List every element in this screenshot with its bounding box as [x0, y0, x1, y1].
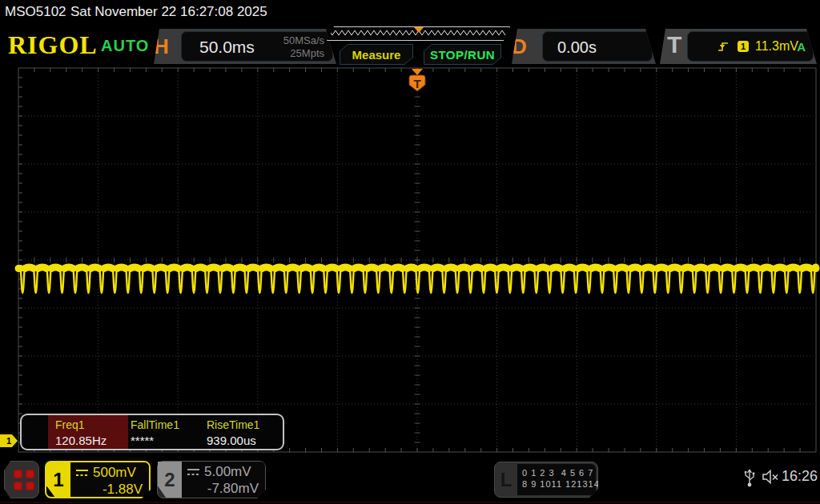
dc-coupling-icon [187, 467, 200, 477]
usb-icon [743, 466, 756, 490]
channel1-box[interactable]: 1 500mV -1.88V [45, 461, 151, 498]
horizontal-timebase-box[interactable]: H 50.0ms 50MSa/s 25Mpts [154, 29, 336, 64]
measurement-value: 939.00us [207, 434, 256, 447]
trigger-slope-icon [717, 40, 730, 53]
status-bar: MSO5102 Sat November 22 16:27:08 2025 [0, 0, 820, 24]
model-name: MSO5102 [5, 4, 66, 20]
delay-label: D [512, 34, 527, 59]
preview-trigger-position-icon[interactable] [414, 27, 424, 33]
delay-value: 0.00s [557, 38, 597, 57]
digital-channels-row2: 8 9 1011 12131415 [522, 478, 596, 490]
measurement-value: ***** [131, 434, 154, 447]
channel2-box[interactable]: 2 5.00mV -7.80mV [157, 461, 266, 498]
trigger-box[interactable]: T 1 11.3mV A [660, 29, 817, 64]
header-bar: RIGOL AUTO H 50.0ms 50MSa/s 25Mpts Measu… [0, 24, 820, 67]
measurement-label: Freq1 [55, 418, 85, 431]
delay-box[interactable]: D 0.00s [512, 29, 656, 64]
horizontal-label: H [154, 34, 169, 59]
measurement-label: FallTime1 [131, 418, 179, 431]
clock: 16:26 [782, 468, 818, 485]
menu-button[interactable] [4, 461, 39, 498]
speaker-muted-icon [761, 467, 780, 486]
channel1-number: 1 [46, 462, 70, 497]
measurement-panel[interactable]: Freq1 120.85Hz FallTime1 ***** RiseTime1… [20, 414, 284, 450]
logic-analyzer-box[interactable]: L 0 1 2 3 4 5 6 7 8 9 1011 12131415 [494, 462, 598, 498]
channel1-offset: -1.88V [75, 482, 143, 498]
dc-coupling-icon [75, 468, 89, 478]
channel2-scale: 5.00mV [204, 464, 251, 480]
app-grid-icon [14, 470, 34, 490]
oscilloscope-screen: MSO5102 Sat November 22 16:27:08 2025 RI… [0, 0, 820, 504]
acquisition-mode-label: AUTO [101, 37, 149, 55]
trigger-source-badge: 1 [738, 41, 749, 52]
channel2-number: 2 [158, 462, 182, 498]
bottom-divider [0, 502, 820, 503]
waveform-preview-strip[interactable] [327, 26, 510, 41]
bottom-bar: 1 500mV -1.88V 2 [0, 456, 820, 504]
waveform-display-area: T [0, 67, 820, 453]
timebase-value: 50.0ms [199, 38, 255, 57]
trigger-sweep-mode: A [797, 40, 806, 54]
channel1-scale: 500mV [93, 465, 136, 481]
measurement-label: RiseTime1 [207, 418, 259, 431]
digital-channels-row1: 0 1 2 3 4 5 6 7 [522, 467, 596, 478]
measurement-value: 120.85Hz [55, 434, 107, 447]
rigol-logo: RIGOL [8, 30, 98, 60]
date-time: Sat November 22 16:27:08 2025 [70, 4, 267, 20]
stop-run-button[interactable]: STOP/RUN [424, 44, 501, 65]
graticule-and-waveform: T [0, 67, 820, 453]
sample-rate: 50MSa/s 25Mpts [283, 34, 324, 60]
trigger-label: T [667, 31, 681, 58]
svg-text:T: T [413, 77, 420, 90]
trigger-level-value: 11.3mV [755, 39, 798, 54]
measure-button[interactable]: Measure [340, 44, 413, 65]
logic-analyzer-label: L [495, 462, 517, 497]
channel2-offset: -7.80mV [187, 481, 259, 497]
